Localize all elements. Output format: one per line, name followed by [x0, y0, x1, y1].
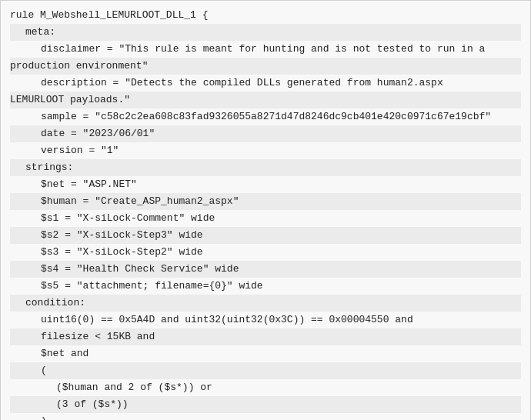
code-line: disclaimer = "This rule is meant for hun… [10, 41, 521, 58]
code-line: version = "1" [10, 142, 521, 159]
code-line-text: description = "Detects the compiled DLLs… [41, 75, 443, 92]
code-line-text: rule M_Webshell_LEMURLOOT_DLL_1 { [10, 8, 208, 24]
code-line-text: $human = "Create_ASP_human2_aspx" [41, 194, 239, 210]
code-line: description = "Detects the compiled DLLs… [10, 75, 521, 92]
code-line-text: strings: [25, 160, 73, 176]
code-line: date = "2023/06/01" [10, 125, 521, 142]
code-line-text: uint16(0) == 0x5A4D and uint32(uint32(0x… [41, 312, 413, 328]
code-line: $net = "ASP.NET" [10, 176, 521, 193]
code-line-text: LEMURLOOT payloads." [10, 92, 130, 108]
code-line-text: $net = "ASP.NET" [41, 177, 137, 193]
code-line: $s2 = "X-siLock-Step3" wide [10, 227, 521, 244]
code-line-text: (3 of ($s*)) [56, 397, 129, 413]
code-line: $s1 = "X-siLock-Comment" wide [10, 210, 521, 227]
code-line-text: $s5 = "attachment; filename={0}" wide [41, 278, 263, 295]
code-line-text: meta: [25, 25, 55, 41]
code-line: strings: [10, 159, 521, 176]
code-line: meta: [10, 24, 521, 41]
code-line-text: sample = "c58c2c2ea608c83fad9326055a8271… [41, 109, 491, 125]
code-line-text: $s3 = "X-siLock-Step2" wide [41, 245, 203, 261]
code-line: ($human and 2 of ($s*)) or [10, 379, 521, 396]
code-line: condition: [10, 295, 521, 312]
code-line: ( [10, 362, 521, 379]
code-line: sample = "c58c2c2ea608c83fad9326055a8271… [10, 108, 521, 125]
code-line-text: $s2 = "X-siLock-Step3" wide [41, 228, 203, 244]
code-line-text: $s4 = "Health Check Service" wide [41, 262, 239, 278]
code-line: $s3 = "X-siLock-Step2" wide [10, 244, 521, 261]
code-line-text: version = "1" [41, 143, 119, 159]
code-line-text: filesize < 15KB and [41, 329, 155, 345]
code-block: rule M_Webshell_LEMURLOOT_DLL_1 {meta:di… [1, 7, 530, 420]
code-line: rule M_Webshell_LEMURLOOT_DLL_1 { [10, 7, 521, 24]
code-line: $s5 = "attachment; filename={0}" wide [10, 278, 521, 295]
code-line: ) [10, 413, 521, 420]
code-container: rule M_Webshell_LEMURLOOT_DLL_1 {meta:di… [0, 0, 531, 420]
code-line: $s4 = "Health Check Service" wide [10, 261, 521, 278]
code-line-text: $s1 = "X-siLock-Comment" wide [41, 211, 215, 227]
code-line-text: ( [41, 363, 47, 379]
code-line: (3 of ($s*)) [10, 396, 521, 413]
code-line: filesize < 15KB and [10, 328, 521, 345]
code-line: $human = "Create_ASP_human2_aspx" [10, 193, 521, 210]
code-line-text: production environment" [10, 58, 148, 75]
code-line: $net and [10, 345, 521, 362]
code-line-text: date = "2023/06/01" [41, 126, 155, 142]
code-line-text: ($human and 2 of ($s*)) or [56, 380, 212, 396]
code-line-text: condition: [25, 295, 85, 312]
code-line-text: disclaimer = "This rule is meant for hun… [41, 42, 485, 58]
code-line: LEMURLOOT payloads." [10, 92, 521, 108]
code-line-text: ) [41, 414, 47, 420]
code-line-text: $net and [41, 346, 88, 362]
code-line: uint16(0) == 0x5A4D and uint32(uint32(0x… [10, 312, 521, 328]
code-line: production environment" [10, 58, 521, 75]
